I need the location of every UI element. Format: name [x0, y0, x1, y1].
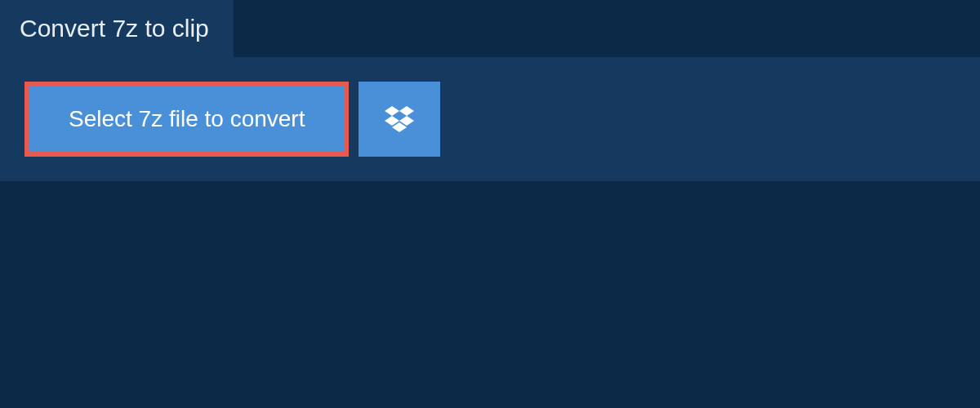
- select-file-label: Select 7z file to convert: [69, 106, 305, 132]
- tab-title: Convert 7z to clip: [20, 15, 209, 42]
- select-file-button[interactable]: Select 7z file to convert: [24, 82, 349, 157]
- dropbox-icon: [385, 106, 414, 132]
- conversion-panel: Select 7z file to convert: [0, 57, 980, 181]
- button-row: Select 7z file to convert: [24, 82, 956, 157]
- conversion-tab: Convert 7z to clip: [0, 0, 234, 57]
- dropbox-button[interactable]: [359, 82, 440, 157]
